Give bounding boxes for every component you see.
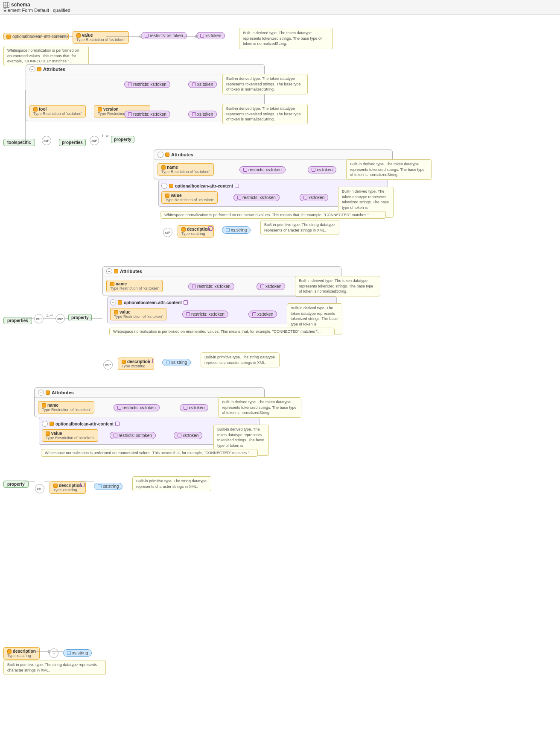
restricts-name-ts: restricts: xs:token — [239, 166, 286, 173]
xs-token-val-ts: xs:token — [300, 194, 328, 201]
desc-elem-bottom: description Type xs:string — [3, 647, 40, 660]
desc-tool: Built-in derived type. The token datatyp… — [222, 74, 308, 94]
desc-str-props: Built-in primitive type. The string data… — [201, 352, 280, 367]
xs-string-props: xs:string — [162, 359, 191, 366]
xs-string-ts: xs:string — [222, 226, 251, 234]
xs-token-val-property: xs:token — [174, 432, 202, 439]
optional-container-property: − optionalboolean-attr-content value Typ… — [39, 418, 260, 445]
desc-str-bottom: Built-in primitive type. The string data… — [3, 660, 106, 675]
name-elem-props: name Type Restriction of 'xs:token' — [106, 280, 163, 292]
xs-token-val-props: xs:token — [248, 311, 277, 318]
mult-props: 1..∞ — [46, 313, 53, 317]
collapse-opt-property[interactable]: − — [42, 421, 48, 427]
icon-top — [6, 35, 11, 39]
xs-string-property: xs:string — [94, 483, 122, 490]
attr-container-ts-prop: − Attributes name Type Restriction of 'x… — [154, 150, 393, 179]
desc-name-ts: Built-in derived type. The token datatyp… — [346, 159, 432, 180]
desc-top: Built-in derived type. The token datatyp… — [239, 28, 333, 49]
desc-elem-props: description Type xs:string — [118, 358, 154, 370]
attr-header-property: − Attributes — [35, 388, 264, 398]
restricts-name-property: restricts: xs:token — [114, 404, 160, 411]
desc-elem-property: description Type xs:string — [50, 481, 86, 494]
xs-string-bottom: xs:string — [63, 649, 92, 657]
xs-token-tool: xs:token — [188, 81, 217, 88]
attr-icon1 — [37, 67, 41, 71]
mult-ts: 1..∞ — [102, 134, 108, 138]
collapse-opt-props[interactable]: − — [110, 299, 116, 305]
whitespace-ts: Whitespace normalization is performed on… — [160, 211, 386, 219]
name-elem-property: name Type Restriction of 'xs:token' — [38, 401, 94, 414]
value-icon-top — [76, 33, 81, 38]
connectors-svg — [0, 15, 560, 748]
toolspecific-label: toolspecific — [3, 139, 35, 146]
xs-token-name-ts: xs:token — [308, 166, 336, 173]
seq-node2-props: xsP — [55, 314, 65, 323]
restricts-val-property: restricts: xs:token — [110, 432, 156, 439]
seq-desc-ts: xsP — [163, 228, 172, 237]
edit-icon-xs-top — [200, 34, 204, 38]
seq-node-props: xsP — [34, 314, 44, 323]
property-main-label: property — [3, 481, 29, 488]
attr-container-toolspecific: − Attributes tool Type Restriction of 'x… — [26, 64, 265, 121]
optionalboolean-top-label: optionalboolean-attr-content — [3, 33, 69, 40]
restricts-tool: restricts: xs:token — [124, 81, 170, 88]
properties-main-label: properties — [3, 317, 32, 324]
collapse-opt-ts[interactable]: − — [161, 183, 167, 189]
desc-name-props: Built-in derived type. The token datatyp… — [295, 276, 380, 296]
properties-label-ts: properties — [59, 139, 86, 146]
collapse-toolspecific[interactable]: − — [29, 66, 35, 72]
whitespace-property: Whitespace normalization is performed on… — [41, 449, 258, 457]
optional-container-props: − optionalboolean-attr-content value Typ… — [107, 296, 337, 323]
attr-header-props: − Attributes — [103, 267, 341, 276]
value-elem-ts: value Type Restriction of 'xs:token' — [161, 191, 218, 204]
restricts-top: restricts: xs:token — [141, 32, 187, 39]
desc-elem-ts: description Type xs:string — [178, 225, 214, 238]
attr-header-toolspecific: − Attributes — [26, 65, 264, 74]
optional-container-ts: − optionalboolean-attr-content value Typ… — [158, 180, 388, 207]
value-elem-property: value Type Restriction of 'xs:token' — [42, 429, 98, 442]
tool-elem: tool Type Restriction of 'xs:token' — [29, 105, 86, 117]
seq-node-ts-props: xsP — [42, 136, 51, 145]
property-label-props: property — [68, 314, 92, 321]
desc-version: Built-in derived type. The token datatyp… — [222, 104, 308, 124]
restricts-version: restricts: xs:token — [124, 111, 170, 118]
attr-header-ts-prop: − Attributes — [154, 150, 392, 160]
xs-token-name-property: xs:token — [180, 404, 208, 411]
name-elem-ts: name Type Restriction of 'xs:token' — [158, 163, 214, 176]
desc-str-property: Built-in primitive type. The string data… — [132, 476, 211, 491]
collapse-props[interactable]: − — [106, 268, 112, 274]
header: schema Element Form Default | qualified — [0, 0, 560, 15]
attr-container-props: − Attributes name Type Restriction of 'x… — [102, 266, 341, 296]
restricts-val-ts: restricts: xs:token — [233, 194, 280, 201]
restricts-name-props: restricts: xs:token — [188, 283, 234, 290]
value-elem-props: value Type Restriction of 'xs:token' — [110, 308, 166, 320]
xs-token-top: xs:token — [196, 32, 225, 39]
seq-desc-props: xsP — [103, 360, 113, 370]
whitespace-desc-top: Whitespace normalization is performed on… — [3, 46, 89, 66]
header-title: schema — [3, 2, 557, 8]
grid-icon — [3, 2, 9, 8]
seq-desc-property: xsP — [35, 484, 44, 493]
collapse-property[interactable]: − — [38, 390, 44, 396]
attr-container-property: − Attributes name Type Restriction of 'x… — [34, 387, 265, 417]
xs-token-name-props: xs:token — [257, 283, 285, 290]
desc-str-ts: Built-in primitive type. The string data… — [260, 220, 339, 235]
seq-bottom: ○ — [49, 648, 58, 658]
whitespace-props: Whitespace normalization is performed on… — [109, 328, 335, 335]
xs-token-version: xs:token — [188, 111, 217, 118]
header-subtitle: Element Form Default | qualified — [3, 8, 557, 13]
edit-icon-top — [145, 34, 149, 38]
schema-title: schema — [11, 2, 30, 8]
seq-node2-ts: xsP — [90, 136, 99, 145]
desc-name-property: Built-in derived type. The token datatyp… — [218, 397, 301, 418]
value-elem-top: value Type Restriction of 'xs:token' — [73, 31, 129, 44]
collapse-ts-prop[interactable]: − — [158, 152, 163, 158]
diagram-area: optionalboolean-attr-content value Type … — [0, 15, 560, 748]
property-label-ts: property — [111, 136, 134, 143]
restricts-val-props: restricts: xs:token — [182, 311, 228, 318]
